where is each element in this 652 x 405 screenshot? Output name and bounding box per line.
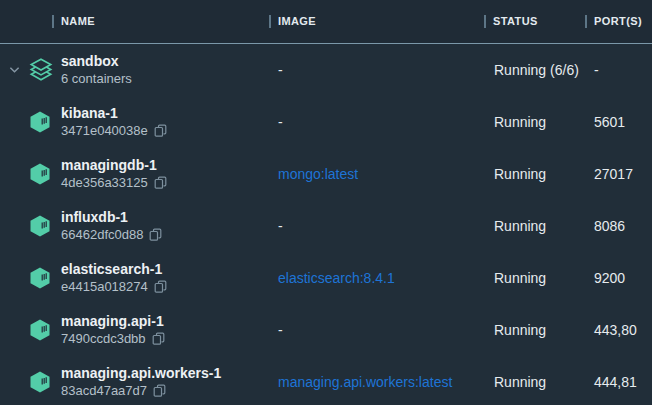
- container-name: kibana-1: [61, 104, 278, 122]
- container-name: managingdb-1: [61, 156, 278, 174]
- copy-id-button[interactable]: [149, 228, 162, 242]
- ports-cell: 444,81: [594, 374, 652, 390]
- table-row-kibana-1[interactable]: kibana-1 3471e040038e - Running 5601: [0, 96, 652, 148]
- copy-id-button[interactable]: [154, 280, 167, 294]
- container-name: sandbox: [61, 52, 278, 70]
- status-cell: Running: [494, 374, 594, 390]
- container-id: 4de356a33125: [61, 174, 148, 192]
- container-name: influxdb-1: [61, 208, 278, 226]
- container-id: 83acd47aa7d7: [61, 382, 147, 400]
- container-icon: [28, 214, 52, 238]
- container-id: 7490ccdc3dbb: [61, 330, 146, 348]
- image-link[interactable]: managing.api.workers:latest: [278, 374, 494, 390]
- ports-cell: 27017: [594, 166, 652, 182]
- container-icon: [28, 110, 52, 134]
- table-row-managingdb-1[interactable]: managingdb-1 4de356a33125 mongo:latest R…: [0, 148, 652, 200]
- column-header-name[interactable]: NAME: [52, 15, 269, 28]
- ports-cell: 8086: [594, 218, 652, 234]
- containers-table: NAME IMAGE STATUS PORT(S) sandbox 6 cont…: [0, 0, 652, 405]
- copy-icon: [154, 280, 167, 294]
- container-name: managing.api.workers-1: [61, 364, 278, 382]
- chevron-down-icon[interactable]: [9, 66, 20, 74]
- status-cell: Running (6/6): [494, 62, 594, 78]
- copy-icon: [154, 124, 167, 138]
- image-cell: -: [278, 218, 494, 234]
- ports-cell: 9200: [594, 270, 652, 286]
- table-row-sandbox[interactable]: sandbox 6 containers - Running (6/6) -: [0, 44, 652, 96]
- status-cell: Running: [494, 114, 594, 130]
- image-link[interactable]: mongo:latest: [278, 166, 494, 182]
- ports-cell: 5601: [594, 114, 652, 130]
- container-icon: [28, 266, 52, 290]
- image-cell: -: [278, 114, 494, 130]
- table-header: NAME IMAGE STATUS PORT(S): [0, 0, 652, 44]
- table-row-managing-api-workers-1[interactable]: managing.api.workers-1 83acd47aa7d7 mana…: [0, 356, 652, 405]
- column-header-ports[interactable]: PORT(S): [585, 15, 652, 28]
- column-header-status[interactable]: STATUS: [484, 15, 585, 28]
- ports-cell: 443,80: [594, 322, 652, 338]
- image-cell: -: [278, 62, 494, 78]
- table-row-influxdb-1[interactable]: influxdb-1 66462dfc0d88 - Running 8086: [0, 200, 652, 252]
- table-row-managing-api-1[interactable]: managing.api-1 7490ccdc3dbb - Running 44…: [0, 304, 652, 356]
- status-cell: Running: [494, 218, 594, 234]
- container-icon: [28, 370, 52, 394]
- copy-icon: [152, 332, 165, 346]
- copy-id-button[interactable]: [152, 332, 165, 346]
- ports-cell: -: [594, 62, 652, 78]
- compose-stack-icon: [28, 57, 54, 83]
- copy-icon: [153, 384, 166, 398]
- copy-icon: [149, 228, 162, 242]
- status-cell: Running: [494, 270, 594, 286]
- column-header-image[interactable]: IMAGE: [269, 15, 484, 28]
- image-cell: -: [278, 322, 494, 338]
- copy-id-button[interactable]: [154, 176, 167, 190]
- status-cell: Running: [494, 322, 594, 338]
- copy-id-button[interactable]: [154, 124, 167, 138]
- status-cell: Running: [494, 166, 594, 182]
- image-link[interactable]: elasticsearch:8.4.1: [278, 270, 494, 286]
- container-subtitle: 6 containers: [61, 70, 278, 88]
- container-id: 3471e040038e: [61, 122, 148, 140]
- container-icon: [28, 162, 52, 186]
- container-name: managing.api-1: [61, 312, 278, 330]
- container-icon: [28, 318, 52, 342]
- container-name: elasticsearch-1: [61, 260, 278, 278]
- copy-id-button[interactable]: [153, 384, 166, 398]
- container-id: e4415a018274: [61, 278, 148, 296]
- copy-icon: [154, 176, 167, 190]
- container-id: 66462dfc0d88: [61, 226, 143, 244]
- table-row-elasticsearch-1[interactable]: elasticsearch-1 e4415a018274 elasticsear…: [0, 252, 652, 304]
